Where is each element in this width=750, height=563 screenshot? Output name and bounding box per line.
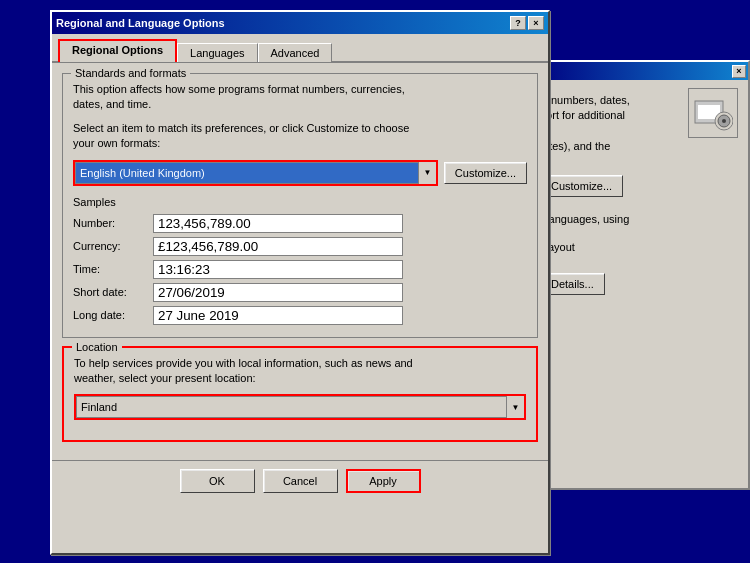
standards-groupbox: Standards and formats This option affect…: [62, 73, 538, 338]
background-window: × ly numbers, dates, port for additional…: [530, 60, 750, 490]
location-legend: Location: [72, 341, 122, 353]
help-button[interactable]: ?: [510, 16, 526, 30]
customize-button[interactable]: Customize...: [444, 162, 527, 184]
currency-value: [153, 237, 403, 256]
tab-bar: Regional Options Languages Advanced: [52, 34, 548, 63]
titlebar-buttons: ? ×: [510, 16, 544, 30]
number-value: [153, 214, 403, 233]
tab-languages[interactable]: Languages: [177, 43, 257, 62]
location-select[interactable]: Finland United Kingdom United States Ger…: [76, 396, 524, 418]
samples-label: Samples: [73, 196, 527, 208]
long-date-label: Long date:: [73, 304, 153, 327]
standards-legend: Standards and formats: [71, 67, 190, 79]
main-dialog: Regional and Language Options ? × Region…: [50, 10, 550, 555]
table-row: Number:: [73, 212, 527, 235]
bg-titlebar: ×: [532, 62, 748, 80]
tab-advanced[interactable]: Advanced: [258, 43, 333, 62]
short-date-label: Short date:: [73, 281, 153, 304]
location-dropdown-row: Finland United Kingdom United States Ger…: [74, 394, 526, 420]
time-value: [153, 260, 403, 279]
currency-label: Currency:: [73, 235, 153, 258]
table-row: Short date:: [73, 281, 527, 304]
bg-text: ly numbers, dates, port for additional t…: [540, 93, 685, 155]
bg-content: ly numbers, dates, port for additional t…: [532, 80, 748, 311]
bottom-buttons: OK Cancel Apply: [52, 460, 548, 501]
close-button[interactable]: ×: [528, 16, 544, 30]
long-date-value: [153, 306, 403, 325]
table-row: Currency:: [73, 235, 527, 258]
table-row: Long date:: [73, 304, 527, 327]
bg-close-button[interactable]: ×: [732, 65, 746, 78]
apply-button[interactable]: Apply: [346, 469, 421, 493]
location-desc: To help services provide you with local …: [74, 356, 526, 387]
locale-dropdown-row: English (United Kingdom) English (United…: [73, 160, 527, 186]
titlebar: Regional and Language Options ? ×: [52, 12, 548, 34]
table-row: Time:: [73, 258, 527, 281]
location-groupbox: Location To help services provide you wi…: [62, 346, 538, 443]
svg-point-4: [722, 119, 726, 123]
number-label: Number:: [73, 212, 153, 235]
standards-desc1: This option affects how some programs fo…: [73, 82, 527, 113]
short-date-value: [153, 283, 403, 302]
tab-regional-options[interactable]: Regional Options: [58, 39, 177, 62]
bg-customize-button[interactable]: Customize...: [540, 175, 623, 197]
bg-icon: [688, 88, 738, 138]
locale-dropdown-wrapper[interactable]: English (United Kingdom) English (United…: [73, 160, 438, 186]
time-label: Time:: [73, 258, 153, 281]
samples-table: Number: Currency: Time: Short date: Long…: [73, 212, 527, 327]
location-dropdown-wrapper[interactable]: Finland United Kingdom United States Ger…: [74, 394, 526, 420]
locale-select[interactable]: English (United Kingdom) English (United…: [75, 162, 436, 184]
standards-desc2: Select an item to match its preferences,…: [73, 121, 527, 152]
cancel-button[interactable]: Cancel: [263, 469, 338, 493]
content-area: Standards and formats This option affect…: [52, 63, 548, 460]
ok-button[interactable]: OK: [180, 469, 255, 493]
dialog-title: Regional and Language Options: [56, 17, 225, 29]
